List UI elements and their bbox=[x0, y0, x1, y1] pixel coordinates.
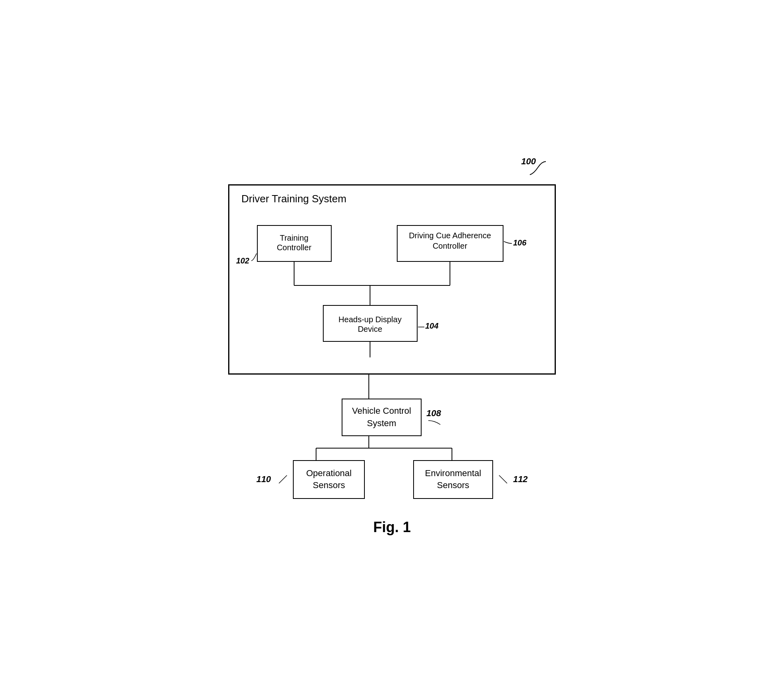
op-sensors-line1: Operational bbox=[306, 468, 352, 478]
op-sensors-line2: Sensors bbox=[313, 480, 345, 490]
env-sensors-line2: Sensors bbox=[437, 480, 470, 490]
svg-text:102: 102 bbox=[236, 256, 249, 265]
op-sensors-ref-curve bbox=[277, 473, 289, 485]
env-sensors-ref: 112 bbox=[513, 474, 528, 485]
op-sensors-ref: 110 bbox=[256, 474, 271, 485]
internal-connectors-svg: Training Controller Driving Cue Adherenc… bbox=[245, 221, 541, 357]
svg-text:104: 104 bbox=[425, 321, 438, 330]
svg-text:Controller: Controller bbox=[433, 241, 468, 250]
diagram-container: 100 Driver Training System Training Cont… bbox=[212, 156, 572, 536]
outer-to-vcs-connector bbox=[228, 375, 556, 399]
ref-100-arrow bbox=[528, 160, 552, 175]
svg-text:Device: Device bbox=[358, 325, 382, 333]
svg-text:Driving Cue Adherence: Driving Cue Adherence bbox=[409, 231, 491, 240]
svg-text:106: 106 bbox=[513, 238, 527, 247]
connector-svg-2 bbox=[228, 436, 556, 460]
connector-svg-1 bbox=[228, 375, 556, 399]
vcs-row: Vehicle Control System 108 bbox=[228, 399, 556, 436]
svg-text:Controller: Controller bbox=[277, 243, 312, 252]
vcs-box: Vehicle Control System bbox=[342, 399, 422, 436]
svg-text:Heads-up Display: Heads-up Display bbox=[338, 315, 402, 324]
env-sensors-line1: Environmental bbox=[425, 468, 482, 478]
vcs-ref-curve bbox=[426, 419, 442, 427]
op-sensors-group: 110 Operational Sensors bbox=[256, 460, 365, 499]
vcs-line1: Vehicle Control bbox=[352, 406, 411, 416]
vcs-wrap: Vehicle Control System 108 bbox=[342, 399, 442, 436]
env-sensors-group: Environmental Sensors 112 bbox=[413, 460, 528, 499]
bottom-row: 110 Operational Sensors Environmental Se… bbox=[228, 460, 556, 499]
op-sensors-box: Operational Sensors bbox=[293, 460, 365, 499]
env-sensors-box: Environmental Sensors bbox=[413, 460, 493, 499]
vcs-line2: System bbox=[367, 418, 396, 428]
fig-label: Fig. 1 bbox=[373, 519, 411, 536]
outer-box-title: Driver Training System bbox=[241, 193, 346, 205]
driver-training-system-box: Driver Training System Training Controll… bbox=[228, 184, 556, 375]
vcs-ref-wrap: 108 bbox=[426, 408, 442, 427]
vcs-ref: 108 bbox=[426, 408, 441, 419]
vcs-to-bottom-connector bbox=[228, 436, 556, 460]
env-sensors-ref-curve bbox=[497, 473, 509, 485]
svg-text:Training: Training bbox=[280, 233, 308, 242]
